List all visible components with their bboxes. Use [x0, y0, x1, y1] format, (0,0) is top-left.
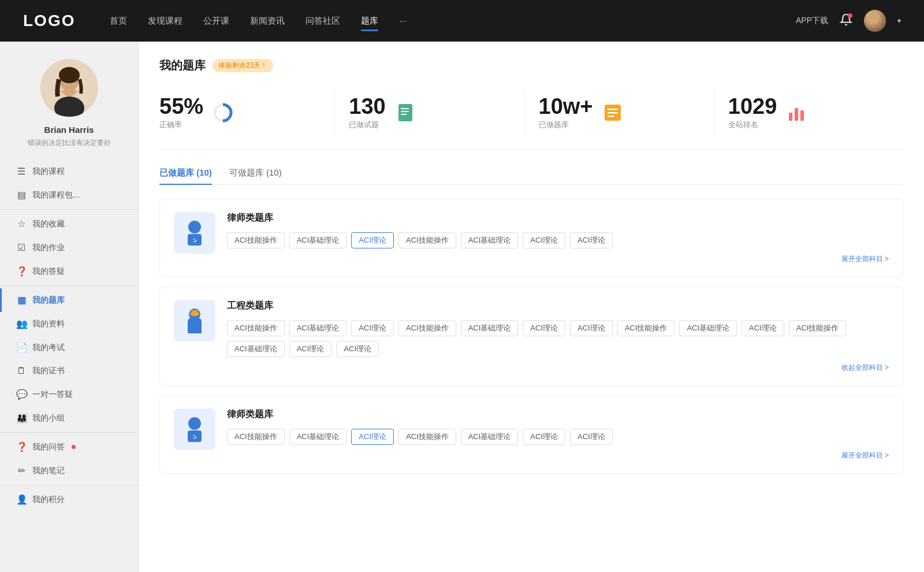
sidebar-icon-8: 🗒 — [16, 366, 27, 376]
nav-link-问答社区[interactable]: 问答社区 — [305, 13, 340, 29]
bank-tag-2-5[interactable]: ACI理论 — [523, 429, 565, 445]
bank-tag-1-4[interactable]: ACI基础理论 — [461, 320, 519, 336]
bank-title-0: 律师类题库 — [227, 212, 889, 224]
nav-link-公开课[interactable]: 公开课 — [203, 13, 229, 29]
sidebar-icon-2: ☆ — [16, 218, 27, 229]
sidebar: Brian Harris 错误的决定比没有决定要好 ☰我的课程▤我的课程包...… — [0, 42, 139, 572]
stat-value-3: 1029 — [728, 95, 777, 117]
sidebar-item-6[interactable]: 👥我的资料 — [0, 312, 138, 336]
nav-link-题库[interactable]: 题库 — [361, 13, 378, 29]
bank-tag-2-1[interactable]: ACI基础理论 — [289, 429, 347, 445]
bank-tag-0-3[interactable]: ACI技能操作 — [398, 232, 456, 248]
bank-tag-2-0[interactable]: ACI技能操作 — [227, 429, 285, 445]
stat-item-0: 55% 正确率 — [159, 90, 335, 136]
bank-tag-1-7[interactable]: ACI技能操作 — [617, 320, 675, 336]
bank-tags-0: ACI技能操作ACI基础理论ACI理论ACI技能操作ACI基础理论ACI理论AC… — [227, 232, 889, 248]
tab-0[interactable]: 已做题库 (10) — [159, 168, 212, 184]
sidebar-item-7[interactable]: 📄我的考试 — [0, 336, 138, 359]
trial-badge: 体验剩余23天！ — [213, 59, 273, 72]
sidebar-icon-0: ☰ — [16, 166, 27, 177]
bank-expand-1[interactable]: 收起全部科目 > — [227, 363, 889, 373]
sidebar-item-12[interactable]: ✏我的笔记 — [0, 459, 138, 482]
app-download-button[interactable]: APP下载 — [796, 16, 828, 26]
sidebar-divider-1 — [0, 209, 138, 210]
page-title: 我的题库 — [159, 58, 206, 73]
nav-links: 首页发现课程公开课新闻资讯问答社区题库··· — [110, 13, 796, 29]
bank-expand-0[interactable]: 展开全部科目 > — [227, 254, 889, 264]
bank-tags-1: ACI技能操作ACI基础理论ACI理论ACI技能操作ACI基础理论ACI理论AC… — [227, 320, 889, 357]
bank-expand-2[interactable]: 展开全部科目 > — [227, 451, 889, 460]
stat-label-1: 已做试题 — [349, 120, 385, 130]
sidebar-item-9[interactable]: 💬一对一答疑 — [0, 382, 138, 406]
bank-tag-1-13[interactable]: ACI理论 — [336, 341, 379, 357]
bank-title-1: 工程类题库 — [227, 300, 889, 312]
bank-tag-2-4[interactable]: ACI基础理论 — [461, 429, 519, 445]
sidebar-divider-10 — [0, 432, 138, 433]
bank-tag-1-1[interactable]: ACI基础理论 — [289, 320, 347, 336]
stat-icon-1 — [394, 101, 417, 124]
bank-icon-1 — [174, 300, 215, 341]
svg-rect-17 — [800, 110, 804, 121]
bank-tag-1-2[interactable]: ACI理论 — [351, 320, 394, 336]
nav-link-发现课程[interactable]: 发现课程 — [148, 13, 182, 29]
bank-tag-1-0[interactable]: ACI技能操作 — [227, 320, 285, 336]
sidebar-label-0: 我的课程 — [32, 166, 65, 177]
sidebar-label-5: 我的题库 — [32, 295, 65, 306]
bank-tag-0-4[interactable]: ACI基础理论 — [461, 232, 519, 248]
bank-tag-1-11[interactable]: ACI基础理论 — [227, 341, 285, 357]
sidebar-label-1: 我的课程包... — [32, 190, 80, 200]
sidebar-label-10: 我的小组 — [32, 413, 65, 424]
bank-tag-2-6[interactable]: ACI理论 — [570, 429, 613, 445]
bank-tag-1-5[interactable]: ACI理论 — [523, 320, 565, 336]
nav-link-···[interactable]: ··· — [399, 13, 407, 29]
page-header: 我的题库 体验剩余23天！ — [159, 58, 903, 73]
user-dropdown-arrow[interactable]: ▾ — [897, 17, 901, 25]
bank-tag-2-2[interactable]: ACI理论 — [351, 429, 394, 445]
tab-1[interactable]: 可做题库 (10) — [229, 168, 282, 184]
sidebar-item-5[interactable]: ▦我的题库 — [0, 288, 138, 312]
sidebar-item-13[interactable]: 👤我的积分 — [0, 488, 138, 511]
bank-tag-0-1[interactable]: ACI基础理论 — [289, 232, 347, 248]
sidebar-item-3[interactable]: ☑我的作业 — [0, 236, 138, 259]
stat-icon-0 — [211, 101, 234, 124]
nav-link-首页[interactable]: 首页 — [110, 13, 127, 29]
bank-tag-1-3[interactable]: ACI技能操作 — [398, 320, 456, 336]
sidebar-item-1[interactable]: ▤我的课程包... — [0, 183, 138, 207]
bank-tag-2-3[interactable]: ACI技能操作 — [398, 429, 456, 445]
sidebar-icon-5: ▦ — [16, 295, 27, 306]
sidebar-divider-12 — [0, 485, 138, 485]
bank-tag-1-8[interactable]: ACI基础理论 — [679, 320, 737, 336]
bell-button[interactable] — [840, 13, 852, 28]
sidebar-item-8[interactable]: 🗒我的证书 — [0, 359, 138, 382]
bank-tag-1-10[interactable]: ACI技能操作 — [789, 320, 847, 336]
bank-body-2: 律师类题库ACI技能操作ACI基础理论ACI理论ACI技能操作ACI基础理论AC… — [227, 408, 889, 460]
sidebar-label-8: 我的证书 — [32, 366, 65, 376]
sidebar-item-2[interactable]: ☆我的收藏 — [0, 212, 138, 236]
bank-card-2: 律师类题库ACI技能操作ACI基础理论ACI理论ACI技能操作ACI基础理论AC… — [159, 395, 903, 474]
svg-rect-16 — [795, 108, 798, 121]
sidebar-item-0[interactable]: ☰我的课程 — [0, 159, 138, 183]
bank-tag-1-12[interactable]: ACI理论 — [289, 341, 332, 357]
bell-notification-dot — [848, 13, 852, 18]
sidebar-item-4[interactable]: ❓我的答疑 — [0, 259, 138, 283]
bank-tag-1-9[interactable]: ACI理论 — [742, 320, 784, 336]
stat-label-0: 正确率 — [159, 120, 203, 130]
sidebar-item-11[interactable]: ❓我的问答 — [0, 435, 138, 459]
svg-rect-22 — [190, 311, 199, 316]
bank-tag-0-0[interactable]: ACI技能操作 — [227, 232, 285, 248]
bank-tag-0-5[interactable]: ACI理论 — [523, 232, 565, 248]
user-avatar[interactable] — [864, 10, 886, 32]
sidebar-item-10[interactable]: 👨‍👩‍👧我的小组 — [0, 406, 138, 430]
bank-tag-1-6[interactable]: ACI理论 — [570, 320, 613, 336]
nav-link-新闻资讯[interactable]: 新闻资讯 — [250, 13, 285, 29]
sidebar-icon-9: 💬 — [16, 389, 27, 400]
sidebar-icon-11: ❓ — [16, 441, 27, 452]
sidebar-label-3: 我的作业 — [32, 243, 65, 253]
bank-tag-0-6[interactable]: ACI理论 — [570, 232, 613, 248]
bank-icon-0 — [174, 212, 215, 254]
svg-rect-14 — [608, 116, 614, 117]
sidebar-label-7: 我的考试 — [32, 343, 65, 353]
bank-tag-0-2[interactable]: ACI理论 — [351, 232, 394, 248]
sidebar-divider-4 — [0, 285, 138, 286]
stat-label-3: 全站排名 — [728, 120, 777, 130]
